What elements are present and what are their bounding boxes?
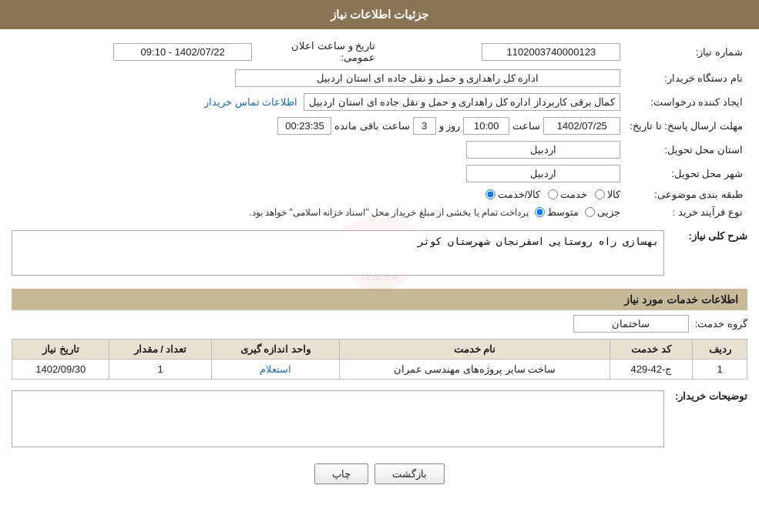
need-number-input: 1102003740000123 xyxy=(482,43,620,61)
info-table: شماره نیاز: 1102003740000123 تاریخ و ساع… xyxy=(12,37,747,221)
category-khedmat-radio[interactable] xyxy=(548,189,558,199)
category-kala-radio[interactable] xyxy=(595,189,605,199)
general-desc-label: شرح کلی نیاز: xyxy=(670,227,747,242)
province-label: استان محل تحویل: xyxy=(625,138,747,162)
col-header-rownum: ردیف xyxy=(693,340,747,360)
response-time-label: ساعت xyxy=(512,120,540,132)
purchase-type-row: جزیی متوسط پرداخت تمام یا بخشی از مبلغ خ… xyxy=(12,203,625,221)
buyer-org-input: اداره کل راهداری و حمل و نقل جاده ای است… xyxy=(235,69,620,87)
category-kala-option[interactable]: کالا xyxy=(595,189,620,200)
page-title: جزئیات اطلاعات نیاز xyxy=(331,8,428,21)
response-remaining-input: 00:23:35 xyxy=(277,117,331,135)
category-khedmat-option[interactable]: خدمت xyxy=(548,189,587,200)
response-time-input: 10:00 xyxy=(463,117,509,135)
cell-code: ج-42-429 xyxy=(610,360,693,380)
col-header-name: نام خدمت xyxy=(340,340,610,360)
category-kala-label: کالا xyxy=(607,189,620,200)
services-table: ردیف کد خدمت نام خدمت واحد اندازه گیری ت… xyxy=(12,339,747,380)
buyer-notes-label: توضیحات خریدار: xyxy=(670,387,747,402)
response-days-input: 3 xyxy=(413,117,436,135)
back-button[interactable]: بازگشت xyxy=(374,463,445,484)
announce-date-label: تاریخ و ساعت اعلان عمومی: xyxy=(257,37,380,66)
cell-name: ساخت سایر پروژه‌های مهندسی عمران xyxy=(340,360,610,380)
city-input: اردبیل xyxy=(466,165,620,182)
category-khedmat-label: خدمت xyxy=(560,189,587,200)
button-area: بازگشت چاپ xyxy=(12,463,747,484)
cell-unit: استعلام xyxy=(211,360,340,380)
page-header: جزئیات اطلاعات نیاز xyxy=(0,0,759,29)
service-group-input: ساختمان xyxy=(573,315,689,333)
general-desc-textarea[interactable] xyxy=(12,230,664,276)
purchase-jozi-label: جزیی xyxy=(597,206,620,218)
cell-qty: 1 xyxy=(109,360,211,380)
province-value: اردبیل xyxy=(12,138,625,162)
service-group-label: گروه خدمت: xyxy=(695,318,747,330)
response-days-label: روز و xyxy=(439,120,461,132)
col-header-date: تاریخ نیاز xyxy=(12,340,109,360)
col-header-code: کد خدمت xyxy=(610,340,693,360)
cell-rownum: 1 xyxy=(693,360,747,380)
need-number-value: 1102003740000123 xyxy=(380,37,625,66)
response-remaining-label: ساعت باقی مانده xyxy=(334,120,409,132)
announce-date-value: 1402/07/22 - 09:10 xyxy=(12,37,257,66)
purchase-note: پرداخت تمام یا بخشی از مبلغ خریداز محل "… xyxy=(249,207,529,218)
buyer-org-value: اداره کل راهداری و حمل و نقل جاده ای است… xyxy=(12,66,625,90)
service-group-row: گروه خدمت: ساختمان xyxy=(12,315,747,333)
purchase-motavasset-radio[interactable] xyxy=(535,207,545,217)
col-header-unit: واحد اندازه گیری xyxy=(211,340,340,360)
table-row: 1 ج-42-429 ساخت سایر پروژه‌های مهندسی عم… xyxy=(12,360,747,380)
purchase-motavasset-label: متوسط xyxy=(547,206,579,218)
purchase-type-label: نوع فرآیند خرید : xyxy=(625,203,747,221)
response-deadline-label: مهلت ارسال پاسخ: تا تاریخ: xyxy=(625,114,747,138)
response-date-input: 1402/07/25 xyxy=(543,117,620,135)
services-section-title: اطلاعات خدمات مورد نیاز xyxy=(12,289,747,310)
need-number-label: شماره نیاز: xyxy=(625,37,747,66)
category-kala-khedmat-option[interactable]: کالا/خدمت xyxy=(485,189,541,200)
announce-date-input: 1402/07/22 - 09:10 xyxy=(113,43,252,61)
purchase-jozi-option[interactable]: جزیی xyxy=(585,206,620,218)
purchase-jozi-radio[interactable] xyxy=(585,207,595,217)
city-value: اردبیل xyxy=(12,162,625,186)
category-kala-khedmat-label: کالا/خدمت xyxy=(498,189,541,200)
buyer-org-label: نام دستگاه خریدار: xyxy=(625,66,747,90)
requester-value: کمال برقی کاربرداز اداره کل راهداری و حم… xyxy=(12,90,625,114)
category-row: کالا خدمت کالا/خدمت xyxy=(12,186,625,203)
requester-input: کمال برقی کاربرداز اداره کل راهداری و حم… xyxy=(304,93,620,111)
contact-link[interactable]: اطلاعات تماس خریدار xyxy=(204,96,297,108)
col-header-qty: تعداد / مقدار xyxy=(109,340,211,360)
category-label: طبقه بندی موضوعی: xyxy=(625,186,747,203)
category-kala-khedmat-radio[interactable] xyxy=(485,189,495,199)
province-input: اردبیل xyxy=(466,141,620,159)
purchase-motavasset-option[interactable]: متوسط xyxy=(535,206,579,218)
city-label: شهر محل تحویل: xyxy=(625,162,747,186)
print-button[interactable]: چاپ xyxy=(314,463,368,484)
buyer-notes-textarea[interactable] xyxy=(12,390,664,447)
response-deadline-row: 1402/07/25 ساعت 10:00 روز و 3 ساعت باقی … xyxy=(12,114,625,138)
cell-date: 1402/09/30 xyxy=(12,360,109,380)
requester-label: ایجاد کننده درخواست: xyxy=(625,90,747,114)
